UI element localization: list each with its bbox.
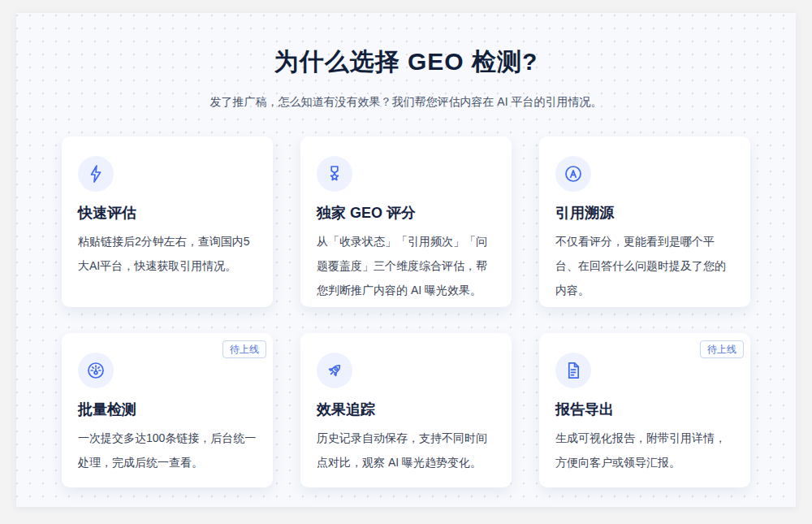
card-title: 批量检测 bbox=[78, 400, 257, 419]
icon-circle bbox=[78, 353, 114, 388]
card-title: 报告导出 bbox=[555, 400, 734, 419]
card-description: 粘贴链接后2分钟左右，查询国内5大AI平台，快速获取引用情况。 bbox=[78, 229, 257, 278]
card-quick-evaluation: 快速评估 粘贴链接后2分钟左右，查询国内5大AI平台，快速获取引用情况。 bbox=[62, 136, 273, 307]
icon-circle bbox=[317, 353, 352, 388]
lightning-icon bbox=[86, 164, 106, 184]
card-effect-tracking: 效果追踪 历史记录自动保存，支持不同时间点对比，观察 AI 曝光趋势变化。 bbox=[300, 333, 512, 487]
card-batch-detection: 待上线 批量检测 一次提交多达100条链接，后台统一处理，完成后统一查看。 bbox=[62, 333, 273, 487]
section-subtitle: 发了推广稿，怎么知道有没有效果？我们帮您评估内容在 AI 平台的引用情况。 bbox=[16, 95, 796, 110]
features-section: 为什么选择 GEO 检测? 发了推广稿，怎么知道有没有效果？我们帮您评估内容在 … bbox=[16, 13, 796, 507]
section-title: 为什么选择 GEO 检测? bbox=[16, 45, 796, 79]
card-description: 历史记录自动保存，支持不同时间点对比，观察 AI 曝光趋势变化。 bbox=[317, 426, 495, 474]
rocket-icon bbox=[325, 361, 344, 380]
coming-soon-badge: 待上线 bbox=[700, 340, 744, 358]
icon-circle bbox=[555, 353, 591, 388]
card-description: 不仅看评分，更能看到是哪个平台、在回答什么问题时提及了您的内容。 bbox=[555, 229, 734, 302]
card-report-export: 待上线 报告导出 生成可视化报告，附带引用详情，方便向客户或领导汇报。 bbox=[539, 333, 750, 487]
card-description: 一次提交多达100条链接，后台统一处理，完成后统一查看。 bbox=[78, 426, 257, 474]
card-title: 引用溯源 bbox=[555, 203, 734, 223]
icon-circle bbox=[78, 156, 114, 192]
icon-circle bbox=[555, 156, 591, 192]
document-icon bbox=[564, 361, 583, 380]
circled-a-icon bbox=[564, 164, 583, 184]
card-geo-score: 独家 GEO 评分 从「收录状态」「引用频次」「问题覆盖度」三个维度综合评估，帮… bbox=[300, 136, 512, 307]
card-title: 快速评估 bbox=[78, 203, 257, 223]
card-title: 独家 GEO 评分 bbox=[317, 203, 495, 223]
card-description: 生成可视化报告，附带引用详情，方便向客户或领导汇报。 bbox=[555, 426, 734, 474]
icon-circle bbox=[317, 156, 352, 192]
medal-icon bbox=[325, 164, 344, 184]
section-header: 为什么选择 GEO 检测? 发了推广稿，怎么知道有没有效果？我们帮您评估内容在 … bbox=[16, 13, 796, 110]
card-title: 效果追踪 bbox=[317, 400, 495, 419]
gauge-icon bbox=[86, 361, 106, 380]
feature-cards-grid: 快速评估 粘贴链接后2分钟左右，查询国内5大AI平台，快速获取引用情况。 独家 … bbox=[62, 136, 750, 487]
coming-soon-badge: 待上线 bbox=[222, 340, 266, 358]
card-citation-tracing: 引用溯源 不仅看评分，更能看到是哪个平台、在回答什么问题时提及了您的内容。 bbox=[539, 136, 750, 307]
card-description: 从「收录状态」「引用频次」「问题覆盖度」三个维度综合评估，帮您判断推广内容的 A… bbox=[317, 229, 495, 302]
